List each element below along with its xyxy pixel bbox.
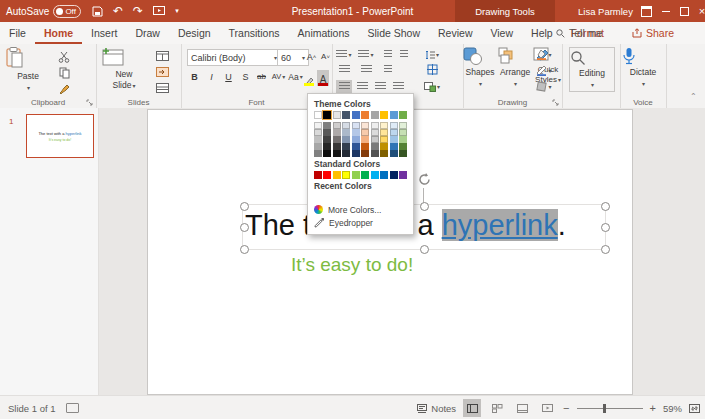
selection-handle-middle-right[interactable] [601,223,610,232]
color-swatch[interactable] [314,129,322,136]
shape-fill-button[interactable]: ▾ [536,48,552,61]
ribbon-display-options-button[interactable] [636,0,656,22]
start-slideshow-icon[interactable] [153,6,165,17]
tell-me-box[interactable]: Tell me [556,27,602,39]
color-swatch[interactable] [323,150,331,157]
color-swatch[interactable] [333,150,341,157]
customize-qat-chevron-icon[interactable]: ▾ [175,0,179,22]
indent-decrease-button[interactable] [380,48,396,61]
color-swatch[interactable] [352,122,360,129]
color-swatch[interactable] [352,171,360,179]
color-swatch[interactable] [361,143,369,150]
selection-handle-top-middle[interactable] [420,202,429,211]
slide-subtitle-text[interactable]: It’s easy to do! [291,254,413,276]
notes-button[interactable]: Notes [417,403,456,414]
color-swatch[interactable] [371,143,379,150]
font-color-button[interactable]: A [317,70,329,86]
indent-increase-button[interactable] [396,48,412,61]
normal-view-button[interactable] [463,399,481,417]
color-swatch[interactable] [361,136,369,143]
shape-outline-button[interactable]: ▾ [536,64,552,77]
decrease-font-size-button[interactable]: A˅ [318,50,333,63]
restore-button[interactable] [674,0,694,22]
tab-view[interactable]: View [481,22,522,44]
drawing-dialog-launcher[interactable] [552,99,559,106]
paste-button[interactable]: Paste ▾ [6,47,50,92]
color-swatch[interactable] [390,150,398,157]
color-swatch[interactable] [323,136,331,143]
numbering-button[interactable]: ▾ [358,48,374,61]
minimize-button[interactable] [656,0,676,22]
color-swatch[interactable] [342,171,350,179]
color-swatch[interactable] [342,150,350,157]
clipboard-dialog-launcher[interactable] [86,99,93,106]
selection-handle-top-left[interactable] [240,202,249,211]
color-swatch[interactable] [399,171,407,179]
color-swatch[interactable] [380,136,388,143]
color-swatch[interactable] [371,171,379,179]
slide-layout-button[interactable] [154,49,170,62]
copy-button[interactable] [56,66,72,79]
justify-button[interactable] [390,80,406,93]
fit-to-window-button[interactable] [689,404,700,413]
color-swatch[interactable] [399,122,407,129]
more-colors-item[interactable]: More Colors... [314,203,407,216]
color-swatch[interactable] [333,129,341,136]
color-swatch[interactable] [323,122,331,129]
color-swatch[interactable] [371,150,379,157]
color-swatch[interactable] [323,129,331,136]
color-swatch[interactable] [361,122,369,129]
color-swatch[interactable] [342,122,350,129]
tab-animations[interactable]: Animations [289,22,359,44]
selection-handle-bottom-middle[interactable] [420,245,429,254]
color-swatch[interactable] [371,122,379,129]
color-swatch[interactable] [342,111,350,119]
tab-insert[interactable]: Insert [82,22,126,44]
color-swatch[interactable] [314,111,322,119]
color-swatch[interactable] [342,136,350,143]
color-swatch[interactable] [361,171,369,179]
zoom-slider-thumb[interactable] [603,404,606,413]
color-swatch[interactable] [399,111,407,119]
selection-handle-bottom-right[interactable] [601,245,610,254]
convert-to-smartart-button[interactable]: ▾ [424,80,440,93]
autosave-toggle[interactable]: AutoSave Off [6,0,81,22]
color-swatch[interactable] [380,129,388,136]
tab-home[interactable]: Home [35,22,82,44]
color-swatch[interactable] [361,111,369,119]
color-swatch[interactable] [390,136,398,143]
save-icon[interactable] [92,6,103,17]
text-shadow-button[interactable]: S [238,70,253,83]
undo-icon[interactable]: ↶ [113,0,123,22]
eyedropper-item[interactable]: Eyedropper [314,216,407,229]
new-slide-button[interactable]: New Slide▾ [102,47,146,90]
close-button[interactable]: × [692,0,705,22]
color-swatch[interactable] [361,129,369,136]
section-button[interactable] [154,81,170,94]
reset-slide-button[interactable] [154,65,170,78]
color-swatch[interactable] [390,143,398,150]
tab-file[interactable]: File [0,22,35,44]
selection-handle-bottom-left[interactable] [240,245,249,254]
color-swatch[interactable] [314,143,322,150]
color-swatch[interactable] [314,171,322,179]
color-swatch[interactable] [333,111,341,119]
color-swatch[interactable] [333,143,341,150]
color-swatch[interactable] [352,136,360,143]
tab-design[interactable]: Design [169,22,220,44]
increase-font-size-button[interactable]: A˄ [304,50,319,63]
color-swatch[interactable] [323,111,331,119]
color-swatch[interactable] [352,143,360,150]
color-swatch[interactable] [380,111,388,119]
color-swatch[interactable] [380,122,388,129]
color-swatch[interactable] [342,129,350,136]
zoom-slider[interactable] [577,408,643,409]
text-highlight-color-button[interactable] [303,70,315,86]
slideshow-view-button[interactable] [538,399,556,417]
align-right-button[interactable] [372,80,388,93]
tab-transitions[interactable]: Transitions [220,22,289,44]
line-spacing-button[interactable]: ▾ [424,48,440,61]
autosave-switch[interactable]: Off [53,5,81,18]
slide-title-text[interactable]: The text with a hyperlink. [245,209,605,247]
slide-thumbnail[interactable]: The text with a hyperlink It’s easy to d… [26,114,94,158]
